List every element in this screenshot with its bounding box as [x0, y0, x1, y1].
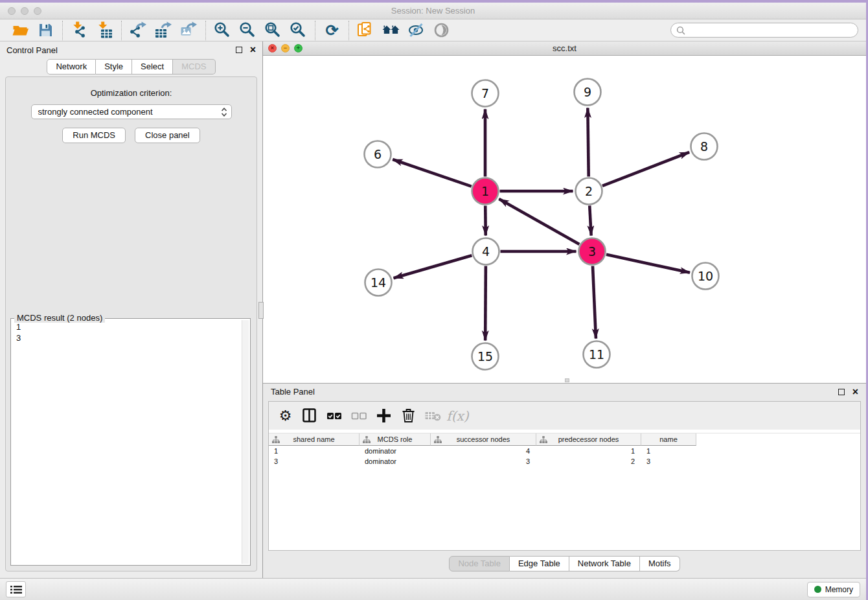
graph-edge-3-11[interactable] [593, 266, 596, 338]
memory-button[interactable]: Memory [807, 582, 860, 597]
table-panel-title: Table Panel [271, 387, 315, 397]
graph-node-4[interactable]: 4 [473, 238, 499, 265]
minimize-window-icon[interactable] [21, 7, 29, 15]
zoom-in-icon[interactable] [214, 21, 231, 39]
eye-hide-icon[interactable] [407, 21, 425, 39]
zoom-window-icon[interactable] [34, 7, 41, 15]
import-network-icon[interactable] [71, 21, 88, 39]
tab-motifs[interactable]: Motifs [640, 556, 680, 571]
network-close-icon[interactable]: × [268, 44, 277, 52]
graph-node-8[interactable]: 8 [691, 133, 718, 160]
graph-node-14[interactable]: 14 [365, 270, 392, 296]
eye-show-icon[interactable] [433, 21, 450, 39]
table-row[interactable]: 1dominator411 [269, 446, 860, 456]
toolbar-group [348, 21, 458, 40]
float-table-panel-icon[interactable] [838, 389, 845, 395]
import-table-icon[interactable] [96, 21, 113, 39]
zoom-out-icon[interactable] [239, 21, 257, 39]
close-panel-icon[interactable]: × [250, 47, 256, 53]
criterion-dropdown[interactable]: strongly connected component [31, 104, 232, 119]
tab-edge-table[interactable]: Edge Table [510, 556, 569, 571]
column-header-predecessor-nodes[interactable]: predecessor nodes [536, 433, 641, 446]
graph-edge-4-15[interactable] [485, 266, 486, 340]
close-window-icon[interactable] [8, 7, 16, 15]
trash-icon[interactable] [400, 407, 417, 424]
graph-node-1[interactable]: 1 [472, 178, 499, 205]
export-image-icon[interactable] [180, 21, 198, 39]
mcds-result-area[interactable]: 13 [12, 320, 241, 564]
graph-edge-4-14[interactable] [394, 255, 472, 278]
table-cell[interactable]: 1 [269, 447, 360, 455]
tab-network-table[interactable]: Network Table [569, 556, 640, 571]
open-session-icon[interactable] [12, 21, 29, 39]
export-network-icon[interactable] [130, 21, 147, 39]
network-canvas[interactable]: 1234678910111415 [263, 56, 866, 383]
graph-edge-3-10[interactable] [606, 255, 690, 273]
graph-edge-2-8[interactable] [602, 152, 689, 186]
memory-status-icon [814, 586, 821, 593]
tab-mcds[interactable]: MCDS [173, 59, 215, 75]
toolbar-group [121, 21, 205, 40]
zoom-selected-icon[interactable] [290, 21, 307, 39]
tab-node-table[interactable]: Node Table [449, 556, 510, 571]
splitter-handle[interactable] [258, 302, 264, 319]
graph-node-9[interactable]: 9 [575, 79, 601, 106]
graph-node-2[interactable]: 2 [576, 178, 602, 205]
search-box[interactable] [670, 23, 858, 38]
search-input[interactable] [689, 25, 852, 36]
control-panel-header: Control Panel × [0, 41, 262, 58]
table-cell[interactable]: 3 [431, 457, 536, 465]
control-panel: Control Panel × NetworkStyleSelectMCDS O… [0, 41, 263, 578]
column-header-MCDS-role[interactable]: MCDS role [360, 433, 431, 446]
home-icon[interactable] [382, 21, 400, 39]
graph-edge-2-3[interactable] [589, 205, 591, 235]
table-row[interactable]: 3dominator323 [269, 456, 860, 467]
deselect-all-icon[interactable] [350, 407, 368, 424]
graph-node-3[interactable]: 3 [579, 238, 606, 265]
graph-node-10[interactable]: 10 [692, 263, 719, 290]
graph-edge-1-6[interactable] [393, 159, 472, 187]
add-row-icon[interactable] [375, 407, 393, 424]
column-header-name[interactable]: name [641, 433, 696, 446]
close-panel-button[interactable]: Close panel [135, 128, 200, 143]
mcds-result-group: MCDS result (2 nodes) 13 [10, 318, 251, 566]
save-session-icon[interactable] [37, 21, 54, 39]
table-cell[interactable]: 2 [536, 457, 641, 465]
close-table-panel-icon[interactable]: × [852, 389, 858, 395]
tab-style[interactable]: Style [96, 59, 132, 75]
run-mcds-button[interactable]: Run MCDS [62, 128, 126, 143]
table-cell[interactable]: 1 [641, 447, 696, 455]
network-maximize-icon[interactable]: + [294, 44, 303, 52]
column-selector-icon[interactable] [301, 407, 319, 424]
graph-node-11[interactable]: 11 [584, 341, 610, 368]
table-cell[interactable]: 3 [269, 457, 360, 465]
canvas-resize-handle[interactable] [565, 378, 569, 382]
export-table-icon[interactable] [155, 21, 172, 39]
zoom-fit-icon[interactable] [264, 21, 282, 39]
column-header-shared-name[interactable]: shared name [269, 433, 360, 446]
tab-select[interactable]: Select [132, 59, 173, 75]
graph-node-15[interactable]: 15 [472, 343, 499, 370]
float-panel-icon[interactable] [236, 47, 242, 53]
task-history-button[interactable] [6, 581, 26, 597]
graph-node-6[interactable]: 6 [365, 141, 391, 168]
graph-edge-2-9[interactable] [588, 108, 588, 176]
table-cell[interactable]: dominator [360, 457, 431, 465]
graph-node-7[interactable]: 7 [472, 80, 499, 107]
window-titlebar: Session: New Session [0, 3, 866, 19]
table-cell[interactable]: dominator [360, 447, 431, 455]
gear-icon[interactable]: ⚙ [277, 407, 294, 424]
tab-network[interactable]: Network [47, 59, 96, 75]
select-all-icon[interactable] [326, 407, 343, 424]
table-cell[interactable]: 1 [536, 447, 641, 455]
svg-text:6: 6 [374, 147, 382, 161]
column-header-successor-nodes[interactable]: successor nodes [431, 433, 536, 446]
table-cell[interactable]: 4 [431, 447, 536, 455]
refresh-icon[interactable]: ⟳ [323, 21, 341, 39]
table-cell[interactable]: 3 [641, 457, 696, 465]
network-minimize-icon[interactable]: − [281, 44, 290, 52]
duplicate-network-icon[interactable] [357, 21, 374, 39]
graph-edge-3-1[interactable] [499, 199, 579, 244]
result-scrollbar[interactable] [242, 320, 249, 564]
mcds-panel-body: Optimization criterion: strongly connect… [5, 76, 257, 571]
